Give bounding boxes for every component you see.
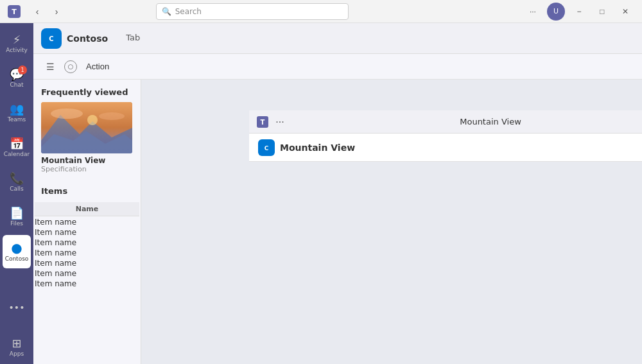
- item-name: Item name: [35, 279, 139, 288]
- tab-tab[interactable]: Tab: [118, 23, 148, 54]
- item-name: Item name: [35, 218, 139, 227]
- teams-logo-icon: T: [8, 5, 21, 18]
- maximize-button[interactable]: □: [593, 3, 611, 21]
- sidebar-item-label: Chat: [10, 82, 23, 88]
- mountain-view-modal: T ··· Mountain View − □ ✕ C: [249, 110, 642, 364]
- sidebar-item-label: Calls: [10, 186, 24, 192]
- table-row[interactable]: Item name: [35, 248, 139, 257]
- more-options-button[interactable]: ···: [524, 3, 542, 21]
- sidebar-item-chat[interactable]: 💬 Chat 1: [3, 62, 31, 95]
- svg-text:C: C: [265, 145, 269, 152]
- calendar-icon: 📅: [10, 138, 24, 150]
- svg-text:C: C: [49, 35, 53, 42]
- item-name: Item name: [35, 269, 139, 278]
- sidebar-item-contoso[interactable]: ● Contoso: [3, 235, 31, 268]
- sidebar-item-label: Contoso: [5, 256, 29, 262]
- table-row[interactable]: Item name: [35, 269, 139, 278]
- sidebar-item-label: Apps: [10, 351, 24, 357]
- table-row[interactable]: Item name: [35, 218, 139, 227]
- more-icon: •••: [9, 303, 25, 312]
- sidebar-item-activity[interactable]: ⚡ Activity: [3, 27, 31, 60]
- modal-title: Mountain View: [288, 117, 642, 126]
- avatar[interactable]: U: [547, 3, 565, 21]
- title-bar-left: T ‹ ›: [8, 3, 65, 21]
- close-button[interactable]: ✕: [616, 3, 634, 21]
- svg-point-7: [87, 115, 98, 125]
- table-row[interactable]: Item name: [35, 259, 139, 268]
- card-subtitle: Specification: [41, 165, 133, 173]
- sidebar-item-more[interactable]: •••: [3, 291, 31, 324]
- files-icon: 📄: [10, 207, 24, 219]
- modal-app-logo: C: [258, 139, 275, 156]
- title-bar: T ‹ › 🔍 Search ··· U − □ ✕: [0, 0, 642, 23]
- minimize-button[interactable]: −: [570, 3, 588, 21]
- calls-icon: 📞: [10, 173, 24, 184]
- circle-button[interactable]: ○: [64, 60, 77, 73]
- svg-text:T: T: [261, 119, 265, 126]
- forward-button[interactable]: ›: [48, 3, 65, 21]
- left-content: Frequently viewed: [33, 80, 141, 364]
- sidebar-item-calendar[interactable]: 📅 Calendar: [3, 131, 31, 164]
- modal-title-bar: T ··· Mountain View − □ ✕: [249, 110, 642, 134]
- item-name: Item name: [35, 238, 139, 247]
- app-logo: C: [41, 28, 62, 49]
- svg-point-9: [99, 112, 125, 120]
- sidebar-item-teams[interactable]: 👥 Teams: [3, 96, 31, 130]
- items-table: Name Item name Item name Item name: [33, 201, 141, 290]
- app-name: Contoso: [67, 33, 108, 44]
- circle-icon: ○: [68, 63, 74, 70]
- table-row[interactable]: Item name: [35, 279, 139, 288]
- title-bar-right: ··· U − □ ✕: [524, 3, 634, 21]
- thumbnail-card[interactable]: Mountain View Specification: [33, 102, 141, 181]
- thumbnail-image: [41, 102, 132, 153]
- items-title: Items: [33, 186, 141, 201]
- search-bar[interactable]: 🔍 Search: [156, 3, 349, 20]
- sidebar-item-label: Files: [10, 220, 23, 227]
- back-button[interactable]: ‹: [28, 3, 46, 21]
- sidebar-item-apps[interactable]: ⊞ Apps: [3, 331, 31, 364]
- toolbar: ☰ ○ Action: [33, 54, 642, 80]
- frequently-viewed-title: Frequently viewed: [33, 87, 141, 102]
- item-name: Item name: [35, 228, 139, 237]
- app-tab-bar: C Contoso Tab: [33, 23, 642, 54]
- nav-buttons: ‹ ›: [28, 3, 65, 21]
- teams-icon: 👥: [10, 103, 24, 115]
- sidebar-item-calls[interactable]: 📞 Calls: [3, 166, 31, 199]
- app-body: ⚡ Activity 💬 Chat 1 👥 Teams 📅 Calendar 📞…: [0, 23, 642, 364]
- action-button[interactable]: Action: [82, 59, 113, 74]
- card-title: Mountain View: [41, 156, 133, 165]
- table-row[interactable]: Item name: [35, 228, 139, 237]
- item-name: Item name: [35, 248, 139, 257]
- chat-badge: 1: [18, 65, 27, 74]
- sidebar-item-label: Calendar: [4, 151, 30, 157]
- main-panel: Frequently viewed: [33, 80, 642, 364]
- search-icon: 🔍: [162, 7, 171, 16]
- modal-app-title: Mountain View: [280, 143, 642, 153]
- apps-icon: ⊞: [12, 338, 21, 349]
- column-name-header: Name: [35, 202, 139, 216]
- contoso-icon: ●: [11, 241, 22, 254]
- svg-point-8: [51, 108, 83, 119]
- sidebar-item-label: Activity: [6, 47, 28, 53]
- menu-button[interactable]: ☰: [41, 58, 59, 76]
- items-section: Items Name Item name: [33, 181, 141, 295]
- sidebar-item-files[interactable]: 📄 Files: [3, 200, 31, 234]
- modal-more-button[interactable]: ···: [272, 114, 288, 130]
- sidebar: ⚡ Activity 💬 Chat 1 👥 Teams 📅 Calendar 📞…: [0, 23, 33, 364]
- sidebar-item-label: Teams: [8, 116, 26, 123]
- search-placeholder: Search: [175, 7, 202, 16]
- table-row[interactable]: Item name: [35, 238, 139, 247]
- modal-content-header: C Mountain View ···: [249, 134, 642, 162]
- svg-text:T: T: [12, 8, 17, 16]
- modal-teams-logo-icon: T: [257, 116, 268, 128]
- modal-body: [249, 162, 642, 364]
- activity-icon: ⚡: [13, 34, 21, 46]
- item-name: Item name: [35, 259, 139, 268]
- content-area: C Contoso Tab ☰ ○ Action Frequently view…: [33, 23, 642, 364]
